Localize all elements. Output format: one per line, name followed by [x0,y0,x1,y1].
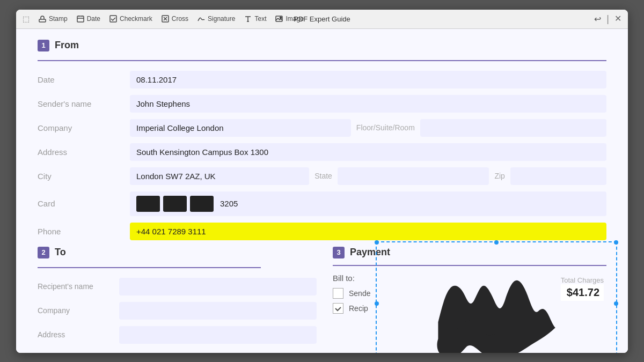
card-blocks [136,196,214,212]
card-label: Card [38,199,123,208]
address-label: Address [38,147,123,157]
signature-label: Signature [208,15,235,23]
phone-row: Phone +44 021 7289 3111 [38,223,606,240]
company-group: Imperial College London Floor/Suite/Room [130,119,606,137]
company-label: Company [38,123,123,132]
recipient-checkbox[interactable] [333,303,343,314]
state-value[interactable] [338,167,489,185]
card-last-digits: 3205 [220,199,238,208]
floor-value[interactable] [420,119,606,137]
to-address-label: Address [38,330,113,339]
svg-rect-1 [77,16,84,22]
handle-tl[interactable] [375,240,379,245]
document-content: 1 From Date 08.11.2017 Sender's name Joh… [16,29,628,353]
checkmark-tool[interactable]: Checkmark [109,14,152,23]
section2-badge: 2 [38,247,49,258]
section3-header: 3 Payment [333,247,606,258]
recipient-label: Recipent's name [38,282,113,291]
sender-row: Sender's name John Stephens [38,95,606,113]
card-row: Card 3205 [38,191,606,216]
recipient-value[interactable] [119,278,317,295]
date-tool[interactable]: Date [76,14,100,23]
recipient-bill-row: Recip [333,303,606,314]
section1-title: From [55,40,79,51]
section3-divider [333,265,606,266]
to-address-row: Address [38,326,317,344]
handle-tm[interactable] [494,240,499,245]
sender-checkbox[interactable] [333,288,343,299]
sender-label: Sender's name [38,99,123,108]
stamp-label: Stamp [49,15,68,23]
section3-container: 3 Payment Bill to: Sende [327,247,606,350]
section3-title: Payment [350,247,390,258]
date-row: Date 08.11.2017 [38,71,606,88]
section1-header: 1 From [38,40,606,51]
city-value[interactable]: London SW7 2AZ, UK [130,167,309,185]
address-row: Address South Kensington Campus Box 1300 [38,143,606,161]
section2-container: 2 To Recipent's name Company Address [38,247,327,350]
date-label-field: Date [38,75,123,84]
card-block-1 [136,196,160,212]
undo-icon[interactable]: ↩ [594,14,601,24]
sender-bill-label: Sende [349,289,370,298]
city-group: London SW7 2AZ, UK State Zip [130,167,606,185]
handle-mr[interactable] [614,301,618,306]
bottom-section: 2 To Recipent's name Company Address [38,247,606,350]
svg-rect-2 [110,16,116,22]
stamp-tool[interactable]: Stamp [38,14,68,23]
recipient-row: Recipent's name [38,278,317,295]
date-value[interactable]: 08.11.2017 [130,71,606,88]
total-amount: $41.72 [561,284,604,301]
card-value[interactable]: 3205 [130,191,606,216]
section2-header: 2 To [38,247,317,258]
main-window: ⬚ Stamp Date Checkmark [16,10,628,353]
to-address-value[interactable] [119,326,317,344]
address-value[interactable]: South Kensington Campus Box 1300 [130,143,606,161]
text-tool[interactable]: Text [244,14,266,23]
selection-tool-icon[interactable]: ⬚ [23,14,30,23]
city-row: City London SW7 2AZ, UK State Zip [38,167,606,185]
to-company-value[interactable] [119,302,317,320]
cross-label: Cross [172,15,188,23]
card-block-3 [190,196,214,212]
section2-divider [38,267,261,268]
signature-tool[interactable]: Signature [197,14,235,23]
date-label: Date [87,15,100,23]
card-block-2 [163,196,187,212]
close-button[interactable]: ✕ [614,14,621,23]
section2-title: To [55,247,66,258]
zip-label: Zip [494,172,504,180]
total-label: Total Charges [561,276,604,284]
text-label: Text [254,15,266,23]
svg-point-5 [280,17,282,19]
window-title: PDF Expert Guide [294,15,350,23]
phone-label: Phone [38,227,123,236]
phone-value[interactable]: +44 021 7289 3111 [130,223,606,240]
to-company-label: Company [38,306,113,315]
floor-label: Floor/Suite/Room [356,123,415,132]
checkmark-label: Checkmark [120,15,152,23]
toolbar: ⬚ Stamp Date Checkmark [16,10,628,29]
cross-tool[interactable]: Cross [161,14,188,23]
to-company-row: Company [38,302,317,320]
company-row: Company Imperial College London Floor/Su… [38,119,606,137]
svg-rect-0 [39,19,46,22]
city-label: City [38,172,123,181]
zip-value[interactable] [510,167,606,185]
section1-divider [38,60,606,61]
handle-tr[interactable] [614,240,618,245]
state-label: State [314,172,332,180]
company-value[interactable]: Imperial College London [130,119,351,137]
section3-badge: 3 [333,247,345,258]
recipient-bill-label: Recip [349,304,368,313]
section1-badge: 1 [38,40,49,51]
sender-value[interactable]: John Stephens [130,95,606,113]
